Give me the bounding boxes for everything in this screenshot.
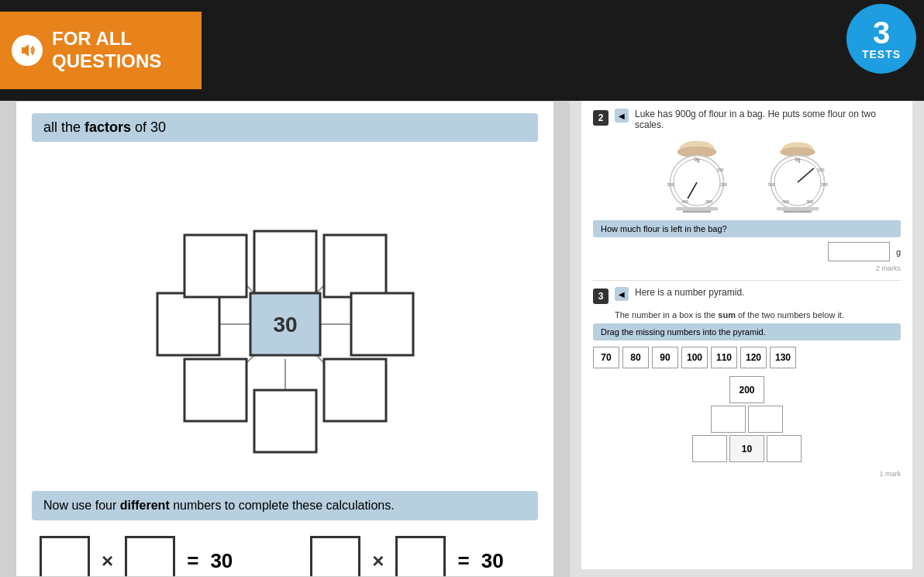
calc-input-1b[interactable]: [125, 536, 175, 577]
right-panel: 3 TESTS 2 ◀ Luke has 900g of flour in a …: [570, 0, 924, 577]
calc-input-1a[interactable]: [40, 536, 90, 577]
pyramid-bot-left[interactable]: [692, 435, 727, 462]
factor-diagram-svg: 30: [122, 157, 448, 491]
svg-rect-31: [682, 210, 710, 212]
left-panel: FOR ALL QUESTIONS all the factors of 30: [0, 0, 570, 577]
svg-text:200: 200: [821, 182, 828, 187]
tests-label: TESTS: [862, 48, 901, 60]
q2-text: Luke has 900g of flour in a bag. He puts…: [635, 109, 901, 130]
svg-text:500: 500: [667, 182, 674, 187]
scale-1-svg: 0g 100 200 300 400 500: [654, 136, 740, 214]
scale-1: 0g 100 200 300 400 500: [654, 136, 740, 214]
calc-input-2b[interactable]: [395, 536, 446, 577]
q3-audio-btn[interactable]: ◀: [615, 287, 629, 301]
calc-bold: different: [120, 499, 170, 512]
q2-answer-box[interactable]: [828, 242, 890, 261]
svg-rect-30: [675, 207, 718, 211]
svg-rect-14: [184, 359, 247, 421]
svg-rect-43: [776, 207, 819, 211]
svg-rect-10: [324, 235, 386, 297]
pyramid-row-3: 10: [692, 435, 802, 462]
question-header: all the factors of 30: [32, 113, 538, 142]
q2-marks: 2 marks: [593, 264, 901, 272]
svg-rect-13: [254, 390, 316, 452]
tile-90[interactable]: 90: [652, 347, 678, 368]
svg-text:0g: 0g: [694, 157, 700, 163]
pyramid-top-box: 200: [729, 376, 764, 403]
pyramid: 200 10: [593, 376, 901, 462]
tile-120[interactable]: 120: [740, 347, 767, 368]
pyramid-row-2: [711, 406, 783, 433]
svg-text:400: 400: [782, 199, 789, 204]
svg-rect-44: [783, 210, 811, 212]
svg-text:0g: 0g: [795, 157, 801, 163]
pyramid-bot-right[interactable]: [767, 435, 802, 462]
svg-rect-11: [351, 293, 413, 355]
left-content: all the factors of 30: [16, 101, 554, 577]
svg-rect-12: [324, 359, 386, 421]
q3-text-main: Here is a number pyramid.: [635, 287, 901, 298]
q3-number: 3: [593, 288, 609, 304]
top-bar: FOR ALL QUESTIONS: [0, 0, 570, 101]
svg-rect-16: [184, 235, 247, 297]
question-header-rest: of 30: [131, 119, 166, 135]
q3-sub-bold: sum: [718, 310, 736, 320]
calc-group-2: × = 30: [310, 536, 503, 577]
q2-number: 2: [593, 110, 609, 126]
svg-text:300: 300: [705, 199, 712, 204]
q3-sub-rest: of the two numbers below it.: [736, 310, 844, 320]
tests-number: 3: [873, 17, 890, 48]
q2-unit: g: [896, 247, 901, 257]
pyramid-bot-center-value: 10: [742, 444, 752, 454]
svg-rect-9: [254, 231, 316, 293]
svg-rect-15: [157, 293, 219, 355]
calc-instruction: Now use four different numbers to comple…: [32, 491, 538, 520]
equals-symbol-2: =: [457, 549, 469, 573]
pyramid-top-value: 200: [739, 385, 754, 396]
speaker-icon[interactable]: [12, 35, 43, 66]
question-2-row: 2 ◀ Luke has 900g of flour in a bag. He …: [593, 109, 901, 130]
scales-container: 0g 100 200 300 400 500: [593, 136, 901, 214]
orange-banner: FOR ALL QUESTIONS: [0, 12, 202, 89]
question-3-row: 3 ◀ Here is a number pyramid.: [593, 287, 901, 304]
svg-text:200: 200: [720, 182, 727, 187]
multiply-symbol-2: ×: [372, 549, 384, 573]
svg-text:100: 100: [817, 168, 824, 172]
svg-text:30: 30: [273, 313, 297, 337]
calc-pre: Now use four: [43, 499, 120, 512]
q3-marks: 1 mark: [593, 470, 901, 478]
tile-100[interactable]: 100: [681, 347, 708, 368]
scale-2-svg: 0g 100 200 300 400 500: [755, 136, 840, 214]
pyramid-mid-left[interactable]: [711, 406, 746, 433]
scale-2: 0g 100 200 300 400 500: [755, 136, 840, 214]
tile-80[interactable]: 80: [622, 347, 649, 368]
calc-post: numbers to complete these calculations.: [170, 499, 395, 512]
svg-text:300: 300: [805, 199, 812, 204]
tile-130[interactable]: 130: [770, 347, 796, 368]
tile-70[interactable]: 70: [593, 347, 619, 368]
q2-answer-row: g: [593, 242, 901, 261]
banner-line2: QUESTIONS: [52, 50, 161, 73]
banner-line1: FOR ALL: [52, 28, 161, 50]
svg-marker-0: [22, 44, 29, 57]
drag-label: Drag the missing numbers into the pyrami…: [593, 323, 901, 340]
q3-sum-text: The number in a box is the sum of the tw…: [593, 310, 901, 320]
svg-text:500: 500: [767, 182, 774, 187]
equals-symbol-1: =: [187, 549, 198, 573]
pyramid-bot-center: 10: [729, 435, 764, 462]
calc-group-1: × = 30: [40, 536, 233, 577]
calc-input-2a[interactable]: [310, 536, 360, 577]
equals-value-1: 30: [210, 549, 233, 573]
svg-text:400: 400: [681, 199, 688, 204]
pyramid-mid-right[interactable]: [748, 406, 783, 433]
divider-1: [593, 280, 901, 281]
svg-text:100: 100: [716, 168, 723, 172]
tile-110[interactable]: 110: [711, 347, 737, 368]
question-header-pre: all the: [43, 119, 84, 135]
q2-question-label: How much flour is left in the bag?: [593, 220, 901, 237]
right-top-bar: 3 TESTS: [570, 0, 924, 101]
pyramid-row-1: 200: [729, 376, 764, 403]
equals-value-2: 30: [481, 549, 504, 573]
q2-audio-btn[interactable]: ◀: [615, 109, 629, 123]
multiply-symbol-1: ×: [102, 549, 113, 573]
